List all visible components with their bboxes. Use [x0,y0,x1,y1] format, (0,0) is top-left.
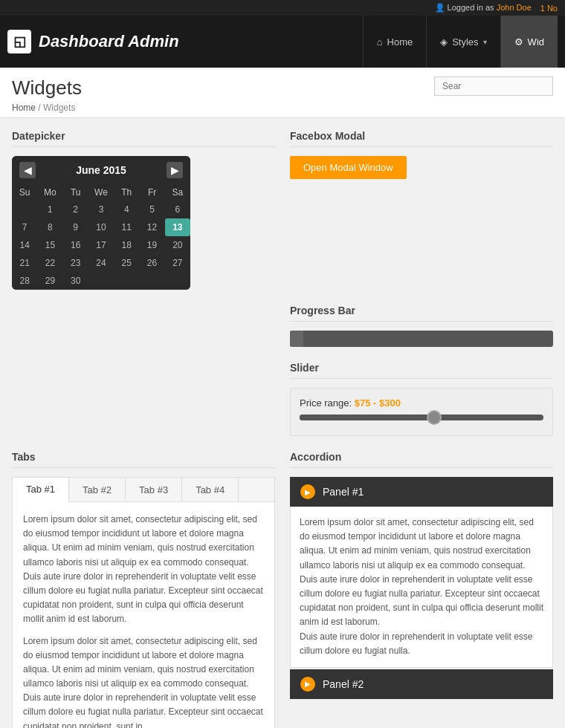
tab-1-button[interactable]: Tab #1 [13,478,69,502]
calendar-day[interactable]: 4 [114,201,139,218]
accordion-panel-1: ▶ Panel #1 Lorem ipsum dolor sit amet, c… [290,477,553,668]
calendar-day[interactable]: 15 [37,236,62,254]
calendar-day[interactable]: 7 [12,218,37,236]
calendar-day[interactable]: 26 [139,254,164,272]
accordion-panel-1-header[interactable]: ▶ Panel #1 [290,477,553,507]
search-input[interactable] [434,77,553,96]
slider-track[interactable] [300,415,543,420]
calendar-day[interactable]: 6 [165,201,190,218]
calendar-day[interactable]: 19 [139,236,164,254]
tab-3-button[interactable]: Tab #3 [126,478,182,501]
slider-section: Slider Price range: $75 - $300 [290,362,553,436]
styles-icon: ◈ [440,36,448,48]
day-header-th: Th [114,184,139,201]
breadcrumb-home[interactable]: Home [12,103,36,113]
slider-container: Price range: $75 - $300 [290,388,553,436]
datepicker-title: Datepicker [12,130,275,147]
price-max: $300 [379,397,401,409]
slider-title: Slider [290,362,553,379]
calendar-day[interactable]: 25 [114,254,139,272]
price-min: $75 [355,397,371,409]
accordion-title: Accordion [290,451,553,468]
progress-bar-inner [290,331,303,347]
notifications-link[interactable]: 1 No [540,4,558,13]
calendar-day[interactable]: 20 [165,236,190,254]
accordion-panel-1-icon: ▶ [300,484,315,499]
tab-headers: Tab #1 Tab #2 Tab #3 Tab #4 [13,478,274,502]
tab-2-button[interactable]: Tab #2 [69,478,126,501]
calendar-day[interactable]: 3 [88,201,114,218]
datepicker-header: ◀ June 2015 ▶ [12,156,190,184]
datepicker-prev-button[interactable]: ◀ [19,162,36,178]
slider-fill [300,415,433,420]
accordion-panel-1-p2: Duis aute irure dolor in reprehenderit i… [300,630,543,658]
calendar-day [88,272,114,290]
calendar-day [12,201,37,218]
nav-home-label: Home [387,36,413,48]
nav-styles[interactable]: ◈ Styles ▾ [426,16,500,68]
page-header: Widgets Home / Widgets [0,68,565,118]
day-header-sa: Sa [165,184,190,201]
nav-home[interactable]: ⌂ Home [363,16,427,68]
accordion-panel-2: ▶ Panel #2 [290,669,553,699]
day-header-mo: Mo [37,184,62,201]
progress-bar-section: Progress Bar [290,305,553,347]
price-label: Price range: [300,397,352,409]
calendar-day[interactable]: 9 [63,218,88,236]
calendar-day[interactable]: 28 [12,272,37,290]
calendar-day[interactable]: 13 [165,218,190,236]
accordion-panel-1-label: Panel #1 [323,486,364,498]
datepicker-month-year: June 2015 [76,164,126,176]
tabs-title: Tabs [12,451,275,468]
price-separator: - [373,397,379,409]
main-nav: ⌂ Home ◈ Styles ▾ ⚙ Wid [363,16,558,68]
tab-content: Lorem ipsum dolor sit amet, consectetur … [13,502,274,728]
slider-range-label: Price range: $75 - $300 [300,397,543,409]
nav-widgets[interactable]: ⚙ Wid [500,16,558,68]
accordion-panel-2-header[interactable]: ▶ Panel #2 [290,669,553,699]
progress-bar-outer [290,331,553,347]
day-header-tu: Tu [63,184,88,201]
open-modal-button[interactable]: Open Modal Window [290,156,407,179]
calendar-day[interactable]: 14 [12,236,37,254]
day-header-we: We [88,184,114,201]
tab-4-button[interactable]: Tab #4 [182,478,239,501]
top-bar: 👤 Logged in as John Doe 1 No [0,0,565,16]
facebox-title: Facebox Modal [290,130,553,147]
calendar-day[interactable]: 12 [139,218,164,236]
accordion-panel-1-p1: Lorem ipsum dolor sit amet, consectetur … [300,516,543,630]
user-name-link[interactable]: John Doe [497,3,532,12]
calendar-day [114,272,139,290]
tabs-section: Tabs Tab #1 Tab #2 Tab #3 Tab #4 Lorem i… [12,451,275,728]
calendar-day[interactable]: 21 [12,254,37,272]
calendar-day[interactable]: 30 [63,272,88,290]
calendar-day[interactable]: 24 [88,254,114,272]
datepicker-next-button[interactable]: ▶ [167,162,183,178]
tab-content-p2: Lorem ipsum dolor sit amet, consectetur … [23,634,264,729]
calendar-day[interactable]: 10 [88,218,114,236]
chevron-down-icon: ▾ [483,38,487,46]
tabs-wrap: Tab #1 Tab #2 Tab #3 Tab #4 Lorem ipsum … [12,477,275,728]
calendar-day[interactable]: 5 [139,201,164,218]
calendar-day[interactable]: 18 [114,236,139,254]
calendar-day[interactable]: 17 [88,236,114,254]
calendar-day[interactable]: 11 [114,218,139,236]
calendar-day[interactable]: 2 [63,201,88,218]
breadcrumb-current: Widgets [43,103,75,113]
calendar-day[interactable]: 1 [37,201,62,218]
calendar-day[interactable]: 8 [37,218,62,236]
calendar-day[interactable]: 22 [37,254,62,272]
logo-icon: ◱ [7,30,31,53]
accordion-panel-2-icon: ▶ [300,677,315,692]
nav-widgets-label: Wid [528,36,544,48]
datepicker-grid: Su Mo Tu We Th Fr Sa 1234567891011121314… [12,184,190,290]
accordion-panel-1-body: Lorem ipsum dolor sit amet, consectetur … [290,507,553,668]
calendar-day[interactable]: 16 [63,236,88,254]
accordion-panel-2-label: Panel #2 [323,678,364,690]
datepicker: ◀ June 2015 ▶ Su Mo Tu We Th Fr Sa [12,156,190,290]
progress-bar-title: Progress Bar [290,305,553,322]
calendar-day[interactable]: 27 [165,254,190,272]
slider-thumb[interactable] [427,410,442,425]
calendar-day[interactable]: 23 [63,254,88,272]
calendar-day[interactable]: 29 [37,272,62,290]
